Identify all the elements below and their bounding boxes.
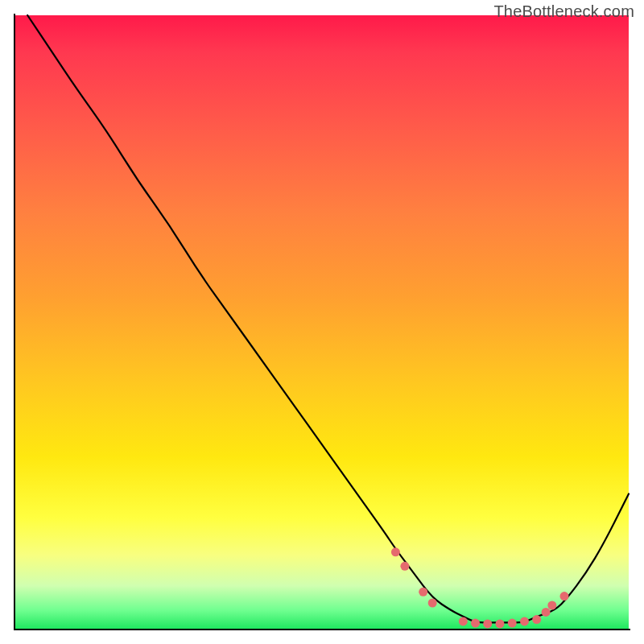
y-axis-line [14, 14, 15, 630]
marker-point [496, 619, 505, 628]
marker-point [520, 617, 529, 625]
marker-point [508, 619, 517, 628]
marker-point [428, 599, 437, 608]
marker-point [532, 615, 541, 624]
chart-svg [15, 15, 629, 629]
marker-point [400, 562, 409, 571]
chart-container: TheBottleneck.com [0, 0, 644, 644]
bottleneck-markers [391, 547, 569, 628]
marker-point [542, 608, 551, 617]
marker-point [419, 588, 427, 597]
marker-point [459, 617, 468, 625]
x-axis-line [14, 629, 630, 630]
bottleneck-curve [27, 15, 629, 622]
watermark-text: TheBottleneck.com [493, 2, 634, 21]
marker-point [560, 592, 569, 601]
marker-point [547, 601, 556, 610]
plot-area [15, 15, 629, 629]
marker-point [471, 619, 480, 628]
marker-point [391, 547, 400, 556]
marker-point [483, 619, 492, 628]
